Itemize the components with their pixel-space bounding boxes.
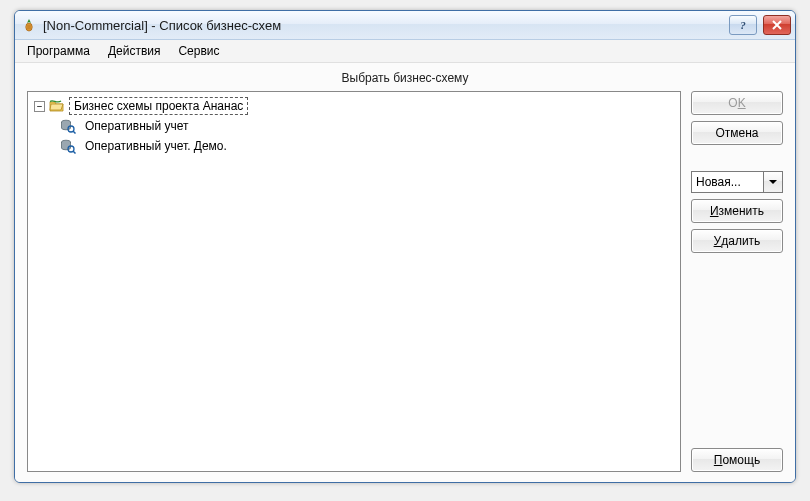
svg-point-0 xyxy=(26,23,32,31)
cancel-button[interactable]: Отмена xyxy=(691,121,783,145)
cancel-label: Отмена xyxy=(715,126,758,140)
tree-item[interactable]: Оперативный учет. Демо. xyxy=(32,136,676,156)
database-search-icon xyxy=(60,138,76,154)
menu-service[interactable]: Сервис xyxy=(170,42,227,60)
svg-line-6 xyxy=(73,151,76,154)
expander-icon[interactable]: − xyxy=(34,101,45,112)
help-rest: омощь xyxy=(722,453,760,467)
combo-dropdown-button[interactable] xyxy=(763,171,783,193)
svg-line-3 xyxy=(73,131,76,134)
tree-item-label[interactable]: Оперативный учет xyxy=(80,117,193,135)
change-button[interactable]: Изменить xyxy=(691,199,783,223)
chevron-down-icon xyxy=(769,178,777,186)
new-scheme-combo[interactable]: Новая... xyxy=(691,171,783,193)
help-ul: П xyxy=(714,453,723,467)
ok-pre: O xyxy=(728,96,737,110)
client-area: Выбрать бизнес-схему − xyxy=(15,63,795,482)
tree-root-row[interactable]: − Бизнес схемы проекта Ананас xyxy=(32,96,676,116)
change-rest: зменить xyxy=(719,204,765,218)
dialog-window: [Non-Commercial] - Список бизнес-схем ? … xyxy=(14,10,796,483)
help-button-bottom[interactable]: Помощь xyxy=(691,448,783,472)
close-button[interactable] xyxy=(763,15,791,35)
delete-rest: далить xyxy=(721,234,760,248)
tree-item[interactable]: Оперативный учет xyxy=(32,116,676,136)
ok-ul: K xyxy=(738,96,746,110)
tree-root-label[interactable]: Бизнес схемы проекта Ананас xyxy=(69,97,248,115)
dialog-subtitle: Выбрать бизнес-схему xyxy=(27,69,783,91)
delete-button[interactable]: Удалить xyxy=(691,229,783,253)
window-title: [Non-Commercial] - Список бизнес-схем xyxy=(43,18,723,33)
side-pane: OK Отмена Новая... Изме xyxy=(691,91,783,472)
menu-actions[interactable]: Действия xyxy=(100,42,169,60)
tree-item-label[interactable]: Оперативный учет. Демо. xyxy=(80,137,232,155)
change-ul: И xyxy=(710,204,719,218)
ok-button[interactable]: OK xyxy=(691,91,783,115)
titlebar: [Non-Commercial] - Список бизнес-схем ? xyxy=(15,11,795,40)
folder-open-icon xyxy=(49,98,65,114)
pineapple-icon xyxy=(21,17,37,33)
delete-ul: У xyxy=(714,234,722,248)
menu-program[interactable]: Программа xyxy=(19,42,98,60)
scheme-tree[interactable]: − Бизнес схемы проекта Ананас xyxy=(27,91,681,472)
help-button[interactable]: ? xyxy=(729,15,757,35)
menubar: Программа Действия Сервис xyxy=(15,40,795,63)
combo-selected[interactable]: Новая... xyxy=(691,171,763,193)
database-search-icon xyxy=(60,118,76,134)
